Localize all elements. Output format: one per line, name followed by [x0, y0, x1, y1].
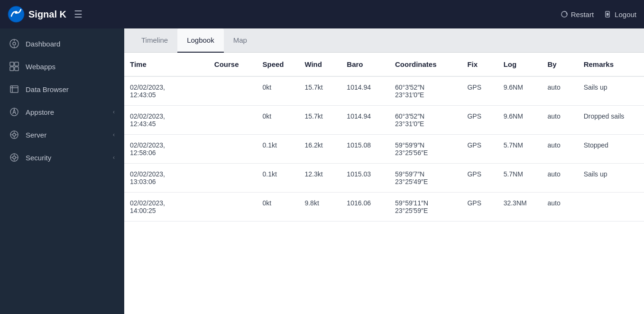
cell-by: auto [542, 193, 578, 222]
app-name: Signal K [28, 9, 66, 20]
tab-bar: Timeline Logbook Map [124, 28, 644, 53]
svg-point-0 [8, 6, 24, 22]
cell-baro: 1015.03 [341, 164, 389, 193]
topbar: Signal K ☰ Restart Logout [0, 0, 644, 28]
webapps-icon [9, 62, 19, 71]
table-body: 02/02/2023,12:43:050kt15.7kt1014.9460°3′… [124, 76, 644, 222]
cell-baro: 1014.94 [341, 106, 389, 135]
tab-logbook[interactable]: Logbook [177, 28, 224, 53]
tab-map[interactable]: Map [224, 28, 257, 53]
cell-speed: 0.1kt [257, 164, 299, 193]
sidebar-item-label: Data Browser [26, 85, 69, 93]
sidebar-item-label: Dashboard [26, 40, 60, 48]
logout-label: Logout [615, 10, 636, 18]
cell-log: 5.7NM [498, 135, 542, 164]
table-header: Time Course Speed Wind Baro Coordinates … [124, 53, 644, 76]
sidebar-item-security[interactable]: Security ‹ [0, 146, 124, 169]
cell-coordinates: 59°59′11″N23°25′59″E [389, 193, 461, 222]
sidebar-item-appstore[interactable]: Appstore ‹ [0, 101, 124, 123]
topbar-left: Signal K ☰ [8, 6, 83, 23]
dashboard-icon [9, 39, 19, 48]
logout-icon [605, 10, 612, 18]
col-header-baro: Baro [341, 53, 389, 76]
cell-course [209, 164, 257, 193]
tab-timeline[interactable]: Timeline [132, 28, 177, 53]
col-header-time: Time [124, 53, 209, 76]
main-content: Timeline Logbook Map Time Course Speed W… [124, 28, 644, 314]
cell-time: 02/02/2023,12:43:05 [124, 76, 209, 106]
sidebar-item-label: Webapps [26, 63, 55, 71]
sidebar-item-data-browser[interactable]: Data Browser [0, 78, 124, 101]
svg-point-26 [13, 156, 16, 159]
cell-log: 9.6NM [498, 76, 542, 106]
col-header-remarks: Remarks [578, 53, 644, 76]
topbar-right: Restart Logout [561, 10, 636, 18]
logo-icon [8, 6, 25, 23]
cell-remarks: Sails up [578, 164, 644, 193]
svg-rect-11 [15, 62, 18, 66]
table-row: 02/02/2023,12:43:450kt15.7kt1014.9460°3′… [124, 106, 644, 135]
cell-log: 9.6NM [498, 106, 542, 135]
cell-by: auto [542, 164, 578, 193]
col-header-speed: Speed [257, 53, 299, 76]
cell-fix: GPS [461, 76, 497, 106]
table-row: 02/02/2023,13:03:060.1kt12.3kt1015.0359°… [124, 164, 644, 193]
appstore-icon [9, 107, 19, 117]
cell-by: auto [542, 106, 578, 135]
cell-baro: 1014.94 [341, 76, 389, 106]
col-header-coordinates: Coordinates [389, 53, 461, 76]
cell-fix: GPS [461, 164, 497, 193]
col-header-wind: Wind [299, 53, 341, 76]
restart-icon [561, 10, 568, 18]
cell-time: 02/02/2023,14:00:25 [124, 193, 209, 222]
col-header-log: Log [498, 53, 542, 76]
sidebar-arrow: ‹ [113, 154, 115, 161]
hamburger-button[interactable]: ☰ [74, 9, 83, 20]
cell-remarks [578, 193, 644, 222]
cell-baro: 1016.06 [341, 193, 389, 222]
cell-time: 02/02/2023,12:43:45 [124, 106, 209, 135]
svg-rect-13 [15, 67, 18, 71]
sidebar-arrow: ‹ [113, 131, 115, 138]
cell-time: 02/02/2023,12:58:06 [124, 135, 209, 164]
table-row: 02/02/2023,14:00:250kt9.8kt1016.0659°59′… [124, 193, 644, 222]
sidebar-item-webapps[interactable]: Webapps [0, 55, 124, 78]
security-icon [9, 153, 19, 162]
sidebar-item-label: Security [26, 154, 51, 162]
logo[interactable]: Signal K [8, 6, 66, 23]
svg-rect-14 [10, 86, 18, 92]
sidebar: Dashboard Webapps Data Browser [0, 28, 124, 314]
logbook-table: Time Course Speed Wind Baro Coordinates … [124, 53, 644, 222]
svg-marker-3 [566, 13, 567, 15]
cell-wind: 15.7kt [299, 76, 341, 106]
cell-remarks: Stopped [578, 135, 644, 164]
cell-baro: 1015.08 [341, 135, 389, 164]
svg-point-1 [15, 11, 18, 14]
cell-by: auto [542, 135, 578, 164]
cell-by: auto [542, 76, 578, 106]
col-header-by: By [542, 53, 578, 76]
cell-log: 5.7NM [498, 164, 542, 193]
cell-coordinates: 60°3′52″N23°31′0″E [389, 106, 461, 135]
cell-fix: GPS [461, 135, 497, 164]
logbook-table-area: Time Course Speed Wind Baro Coordinates … [124, 53, 644, 314]
cell-wind: 12.3kt [299, 164, 341, 193]
sidebar-item-server[interactable]: Server ‹ [0, 123, 124, 146]
logout-button[interactable]: Logout [605, 10, 636, 18]
cell-fix: GPS [461, 193, 497, 222]
cell-speed: 0.1kt [257, 135, 299, 164]
restart-button[interactable]: Restart [561, 10, 594, 18]
sidebar-item-label: Appstore [26, 108, 54, 116]
col-header-course: Course [209, 53, 257, 76]
cell-time: 02/02/2023,13:03:06 [124, 164, 209, 193]
cell-fix: GPS [461, 106, 497, 135]
sidebar-item-dashboard[interactable]: Dashboard [0, 32, 124, 55]
cell-wind: 15.7kt [299, 106, 341, 135]
cell-course [209, 76, 257, 106]
cell-speed: 0kt [257, 106, 299, 135]
sidebar-item-label: Server [26, 131, 46, 139]
cell-course [209, 106, 257, 135]
restart-label: Restart [571, 10, 594, 18]
cell-wind: 9.8kt [299, 193, 341, 222]
layout: Dashboard Webapps Data Browser [0, 28, 644, 314]
